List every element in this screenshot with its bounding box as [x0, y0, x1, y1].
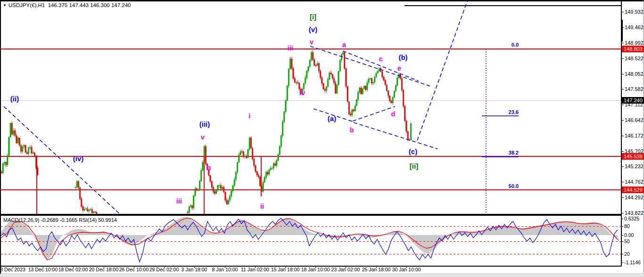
time-axis-label[interactable]: 25 Jan 18:00 [362, 267, 391, 272]
indicator-axis-label: 0.6325 [624, 216, 639, 221]
vertical-marker-lines[interactable] [37, 155, 261, 214]
main-pane-graphics [1, 49, 621, 190]
wave-label: ii [260, 203, 264, 210]
price-axis-label: 146.172 [625, 133, 644, 138]
fib-level-label: 23.6 [509, 110, 519, 115]
wave-label: (iv) [73, 155, 84, 162]
indicator-axis-label: -1.1146 [624, 260, 641, 265]
price-badge: 148.803 [622, 46, 644, 52]
wave-label: (a) [328, 115, 336, 122]
indicator-axis-label: 20 [624, 252, 630, 257]
wave-label: (v) [309, 26, 317, 33]
time-axis-label[interactable]: 20 Dec 18:00 [89, 267, 118, 272]
time-axis-label[interactable]: 11 Jan 02:00 [241, 267, 269, 272]
time-axis-label[interactable]: 30 Jan 10:00 [392, 267, 421, 272]
time-axis-label[interactable]: 18 Jan 10:00 [301, 267, 330, 272]
wave-label: iii [288, 44, 294, 51]
price-axis-label: 149.462 [625, 25, 644, 30]
time-axis-label[interactable]: 3 Jan 18:00 [182, 267, 207, 272]
wave-label: iv [299, 89, 305, 96]
wave-label: i [248, 112, 250, 119]
wave-label: c [379, 55, 383, 62]
window-left-border [0, 0, 1, 277]
price-axis-label: 143.822 [625, 211, 644, 216]
wave-label: iii [176, 197, 182, 204]
wave-label: (ii) [10, 95, 19, 102]
wave-label: v [310, 38, 314, 45]
wave-label: b [349, 126, 354, 133]
wave-label: (c) [409, 148, 417, 155]
wave-label: e [397, 65, 401, 72]
time-axis-label[interactable]: 26 Dec 10:00 [119, 267, 149, 272]
fib-level-label: 38.2 [509, 150, 519, 155]
time-axis-label[interactable]: 15 Jan 18:00 [271, 267, 300, 272]
trendline-dashed [4, 106, 121, 215]
trendline-dashed [353, 106, 395, 121]
axis-scroll-marker [621, 20, 623, 41]
wave-label: [ii] [410, 163, 418, 170]
wave-label: (iii) [199, 121, 210, 128]
chart-canvas[interactable] [0, 0, 644, 277]
fibonacci-retracement[interactable] [482, 49, 519, 214]
indicator-axis-label: 50 [624, 239, 630, 244]
price-badge: 144.529 [622, 187, 644, 193]
window-bottom-strip [0, 274, 644, 277]
indicator-axis-label: 0.00 [624, 233, 634, 238]
time-axis-label[interactable]: 13 Dec 10:00 [28, 267, 58, 272]
wave-label: a [342, 41, 346, 48]
price-axis-label: 144.762 [625, 179, 644, 185]
price-axis-label: 149.932 [625, 9, 644, 15]
trendline-dashed [354, 122, 438, 149]
time-axis-label[interactable]: 18 Dec 02:00 [58, 267, 88, 272]
wave-label: d [391, 110, 395, 117]
window-top-border [0, 0, 644, 1]
indicator-pane-graphics [1, 217, 621, 262]
wave-label: v [201, 133, 205, 140]
price-badge: 147.240 [622, 97, 644, 104]
price-axis-label: 148.052 [625, 72, 644, 77]
wave-label: b [206, 164, 211, 171]
trendlines[interactable] [4, 0, 468, 215]
price-axis-label: 145.232 [625, 164, 644, 169]
price-axis-label: 146.642 [625, 118, 644, 123]
ohlc-values: 146.375 147.443 146.300 147.240 [48, 2, 131, 8]
trendline-dashed [417, 0, 468, 140]
time-axis-label[interactable]: 23 Jan 02:00 [331, 267, 360, 272]
fib-level-label: 0.0 [512, 42, 519, 48]
mt4-chart-window: ▼USDJPY(€),H1 146.375 147.443 146.300 14… [0, 0, 644, 277]
time-axis-label[interactable]: 8 Jan 10:00 [212, 267, 238, 272]
symbol-timeframe-label: USDJPY(€),H1 [8, 2, 45, 8]
indicator-axis-label: 80 [624, 224, 630, 229]
price-badge: 145.538 [622, 153, 644, 160]
rsi-line [1, 218, 618, 262]
price-axis-label: 144.292 [625, 195, 644, 200]
indicator-label: MACD(12,26,9) -0.2689 -0.1665 RSI(14) 50… [3, 217, 117, 223]
price-axis-label: 148.992 [625, 41, 644, 46]
time-axis-label[interactable]: 8 Dec 2023 [0, 267, 25, 272]
price-axis-label: 147.582 [625, 87, 644, 92]
time-axis-label[interactable]: 29 Dec 02:00 [149, 267, 179, 272]
wave-label: (b) [398, 54, 407, 61]
chart-title: ▼USDJPY(€),H1 146.375 147.443 146.300 14… [3, 2, 131, 8]
fib-level-label: 50.0 [509, 184, 519, 189]
price-axis-label: 148.522 [625, 56, 644, 61]
wave-label: [i] [310, 13, 316, 20]
symbol-dropdown-icon[interactable]: ▼ [3, 3, 7, 8]
